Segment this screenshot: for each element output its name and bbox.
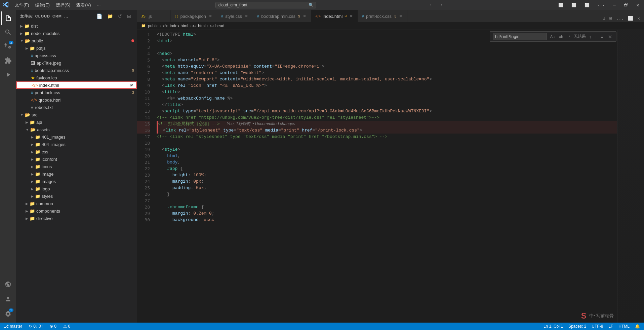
tab-close-button[interactable]: ✕ — [398, 13, 403, 19]
sync-status[interactable]: ⟳ 0↓ 0↑ — [28, 324, 44, 329]
tab-split-icon[interactable]: ⊡ — [608, 15, 613, 22]
extensions-icon[interactable] — [1, 54, 15, 67]
tab-js[interactable]: JS .js — [137, 10, 171, 22]
menu-file[interactable]: 文件(F) — [12, 1, 32, 9]
tree-item-css[interactable]: ▶ 📁 css — [16, 148, 137, 155]
new-folder-button[interactable]: 📁 — [106, 13, 115, 20]
settings-icon[interactable]: 1 — [1, 307, 15, 321]
find-next-button[interactable]: ↓ — [594, 33, 599, 40]
new-file-button[interactable]: 📄 — [95, 13, 104, 20]
tree-item-index-html[interactable]: </> index.html M — [16, 81, 137, 89]
language-status[interactable]: HTML — [617, 324, 631, 329]
modified-dot — [131, 39, 134, 42]
tab-close-all-icon[interactable]: ✕ — [636, 15, 641, 22]
tree-item-bootstrap[interactable]: # bootstrap.min.css 9 — [16, 67, 137, 74]
tree-label: image — [42, 172, 137, 177]
tree-item-dist[interactable]: ▶ 📁 dist — [16, 22, 137, 30]
collapse-arrow: ▶ — [31, 165, 34, 169]
tree-item-qrcode[interactable]: </> qrcode.html — [16, 96, 137, 104]
find-close-button[interactable]: ✕ — [607, 33, 613, 40]
warnings-status[interactable]: ⚠ 0 — [62, 324, 72, 329]
refresh-button[interactable]: ↺ — [117, 13, 124, 20]
tab-history-back-icon[interactable]: ↺ — [601, 15, 607, 22]
notification-icon[interactable]: 🔔 — [634, 324, 641, 329]
tab-layout-icon[interactable]: ⬜ — [627, 15, 635, 22]
window-settings-icon[interactable]: ⬜ — [556, 2, 565, 8]
tab-bootstrap[interactable]: # bootstrap.min.css 9 ✕ — [253, 10, 311, 22]
line-ending-status[interactable]: LF — [607, 324, 614, 329]
remote-icon[interactable] — [1, 278, 15, 291]
tree-item-401[interactable]: ▶ 📁 401_images — [16, 133, 137, 141]
tree-item-iconfont[interactable]: ▶ 📁 iconfont — [16, 155, 137, 163]
find-case-sensitive-button[interactable]: Aa — [549, 34, 556, 39]
tree-item-apkcss[interactable]: # apkcss.css — [16, 52, 137, 59]
encoding-status[interactable]: UTF-8 — [590, 324, 604, 329]
tab-close-button[interactable]: ✕ — [244, 13, 249, 19]
run-debug-icon[interactable] — [1, 68, 15, 81]
bc-index-html[interactable]: index.html — [170, 24, 188, 28]
code-editor[interactable]: <!DOCTYPE html> <html> <head> <meta char… — [154, 30, 617, 323]
menu-bar[interactable]: 文件(F) 编辑(E) 选择(S) 查看(V) ... — [12, 1, 103, 9]
tab-more-icon[interactable]: ... — [615, 15, 625, 22]
tab-close-button[interactable]: ✕ — [349, 13, 354, 19]
tree-item-404[interactable]: ▶ 📁 404_images — [16, 141, 137, 148]
menu-view[interactable]: 查看(V) — [74, 1, 93, 9]
tree-item-favicon[interactable]: ★ favicon.ico — [16, 74, 137, 81]
tree-item-icons[interactable]: ▶ 📁 icons — [16, 163, 137, 170]
collapse-button[interactable]: ⊟ — [126, 13, 133, 20]
window-layout-icon[interactable]: ⬜ — [569, 2, 578, 8]
find-regex-button[interactable]: .* — [566, 34, 571, 39]
code-line-16: <link rel="stylesheet" type="text/css" m… — [157, 127, 617, 134]
tab-close-button[interactable]: ✕ — [208, 13, 213, 19]
tab-close-button[interactable]: ✕ — [302, 13, 307, 19]
tab-package-json[interactable]: { } package.json ✕ — [171, 10, 217, 22]
menu-more[interactable]: ... — [94, 1, 104, 9]
tree-item-logo[interactable]: ▶ 📁 logo — [16, 185, 137, 192]
window-maximize-button[interactable]: 🗗 — [622, 2, 631, 8]
tree-item-api[interactable]: ▶ 📁 api — [16, 118, 137, 126]
tree-item-src[interactable]: ▼ 📂 src — [16, 111, 137, 118]
tree-item-image[interactable]: ▶ 📁 image — [16, 170, 137, 178]
menu-edit[interactable]: 编辑(E) — [33, 1, 52, 9]
tree-item-pdfjs[interactable]: ▶ 📁 pdfjs — [16, 44, 137, 52]
bc-head[interactable]: head — [215, 24, 225, 28]
tree-item-print-lock[interactable]: # print-lock.css 3 — [16, 89, 137, 96]
collapse-arrow: ▶ — [31, 143, 34, 146]
tree-item-node-modules[interactable]: ▶ 📁 node_modules — [16, 30, 137, 37]
title-search-input[interactable] — [215, 2, 316, 8]
spaces-status[interactable]: Spaces: 2 — [567, 324, 588, 329]
errors-status[interactable]: ⊗ 0 — [48, 324, 58, 329]
tab-style-css[interactable]: # style.css ✕ — [217, 10, 253, 22]
explorer-icon[interactable] — [1, 11, 15, 25]
bc-html[interactable]: html — [198, 24, 206, 28]
find-prev-button[interactable]: ↑ — [588, 33, 593, 40]
tab-index-html[interactable]: </> index.html M ✕ — [311, 10, 358, 22]
tree-item-public[interactable]: ▼ 📂 public — [16, 37, 137, 44]
tree-item-images[interactable]: ▶ 📁 images — [16, 178, 137, 185]
line-col-status[interactable]: Ln 1, Col 1 — [542, 324, 564, 329]
tree-item-styles[interactable]: ▶ 📁 styles — [16, 192, 137, 200]
window-close-button[interactable]: ✕ — [635, 2, 641, 9]
source-control-icon[interactable]: 3 — [1, 40, 15, 53]
nav-forward-button[interactable]: → — [437, 1, 444, 9]
bc-public[interactable]: public — [148, 24, 158, 28]
tree-item-apktitle[interactable]: 🖼 apkTitle.jpeg — [16, 59, 137, 67]
window-split-icon[interactable]: ⬜ — [582, 2, 592, 8]
tree-item-components[interactable]: ▶ 📁 components — [16, 207, 137, 215]
tree-item-directive[interactable]: ▶ 📁 directive — [16, 215, 137, 222]
bell-icon: 🔔 — [635, 324, 640, 329]
search-activity-icon[interactable] — [1, 26, 15, 39]
git-branch-status[interactable]: ⎇ master — [3, 324, 24, 329]
tree-item-assets[interactable]: ▼ 📂 assets — [16, 126, 137, 133]
tree-item-common[interactable]: ▶ 📁 common — [16, 200, 137, 207]
window-more-icon[interactable]: ... — [596, 2, 607, 8]
nav-back-button[interactable]: ← — [428, 1, 436, 9]
window-minimize-button[interactable]: — — [611, 2, 617, 8]
tab-print-lock[interactable]: # print-lock.css 3 ✕ — [358, 10, 407, 22]
find-whole-word-button[interactable]: ab — [557, 34, 565, 39]
find-input[interactable] — [493, 33, 547, 40]
menu-select[interactable]: 选择(S) — [53, 1, 73, 9]
account-icon[interactable] — [1, 292, 15, 306]
tree-item-robots[interactable]: ≡ robots.txt — [16, 104, 137, 111]
find-menu-button[interactable]: ≡ — [599, 33, 605, 40]
